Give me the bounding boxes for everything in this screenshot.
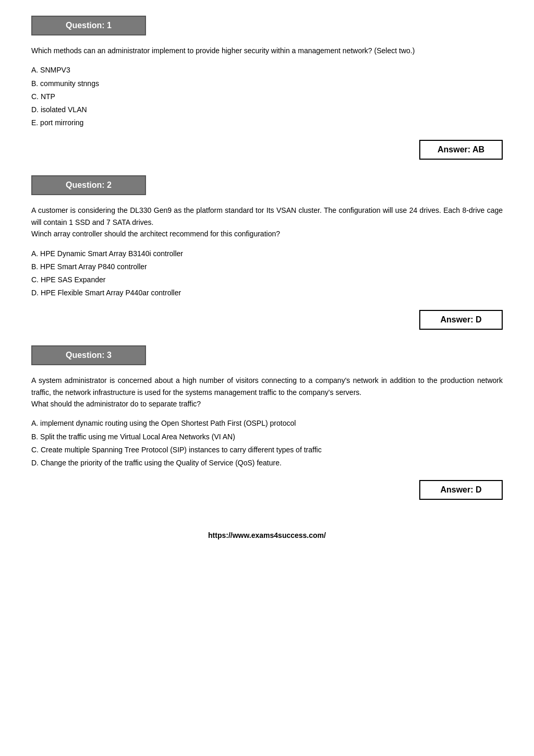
list-item: C. Create multiple Spanning Tree Protoco…: [31, 443, 503, 457]
list-item: C. NTP: [31, 90, 503, 103]
question-1-options: A. SNMPV3 B. community stnngs C. NTP D. …: [31, 64, 503, 129]
question-3-header: Question: 3: [31, 345, 146, 365]
question-3-options: A. implement dynamic routing using the O…: [31, 417, 503, 470]
list-item: D. HPE Flexible Smart Array P440ar contr…: [31, 286, 503, 299]
answer-1-container: Answer: AB: [31, 140, 503, 160]
question-2-text: A customer is considering the DL330 Gen9…: [31, 205, 503, 239]
footer: https://www.exams4success.com/: [31, 531, 503, 539]
list-item: D. isolated VLAN: [31, 103, 503, 116]
question-2-options: A. HPE Dynamic Smart Array B3140i contro…: [31, 247, 503, 300]
list-item: B. HPE Smart Array P840 controller: [31, 260, 503, 273]
answer-1-box: Answer: AB: [419, 140, 503, 160]
answer-2-container: Answer: D: [31, 310, 503, 330]
list-item: C. HPE SAS Expander: [31, 273, 503, 286]
list-item: E. port mirroring: [31, 116, 503, 129]
list-item: B. community stnngs: [31, 77, 503, 90]
list-item: D. Change the priority of the traffic us…: [31, 457, 503, 470]
list-item: A. HPE Dynamic Smart Array B3140i contro…: [31, 247, 503, 260]
footer-url: https://www.exams4success.com/: [208, 531, 326, 539]
question-block-3: Question: 3 A system administrator is co…: [31, 345, 503, 500]
list-item: B. Split the traffic using me Virtual Lo…: [31, 430, 503, 443]
list-item: A. SNMPV3: [31, 64, 503, 77]
answer-3-box: Answer: D: [419, 480, 503, 500]
question-1-header: Question: 1: [31, 16, 146, 35]
question-2-header: Question: 2: [31, 175, 146, 195]
answer-3-container: Answer: D: [31, 480, 503, 500]
question-3-text: A system administrator is concerned abou…: [31, 375, 503, 410]
question-1-text: Which methods can an administrator imple…: [31, 45, 503, 56]
question-block-1: Question: 1 Which methods can an adminis…: [31, 16, 503, 160]
question-block-2: Question: 2 A customer is considering th…: [31, 175, 503, 330]
list-item: A. implement dynamic routing using the O…: [31, 417, 503, 430]
answer-2-box: Answer: D: [419, 310, 503, 330]
